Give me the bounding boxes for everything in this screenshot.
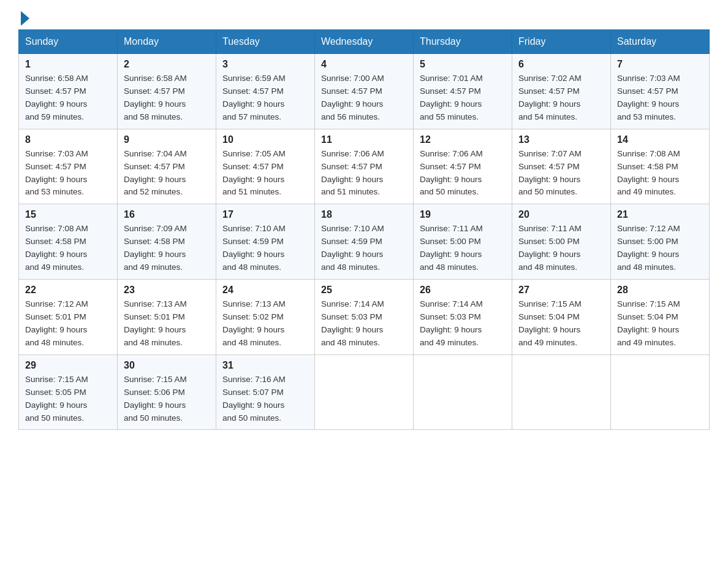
col-header-monday: Monday xyxy=(118,30,216,54)
calendar-cell: 12Sunrise: 7:06 AMSunset: 4:57 PMDayligh… xyxy=(414,129,512,204)
day-number: 11 xyxy=(321,134,407,145)
calendar-cell: 11Sunrise: 7:06 AMSunset: 4:57 PMDayligh… xyxy=(315,129,414,204)
day-info: Sunrise: 7:14 AMSunset: 5:03 PMDaylight:… xyxy=(321,298,407,350)
calendar-week-1: 1Sunrise: 6:58 AMSunset: 4:57 PMDaylight… xyxy=(19,54,710,129)
calendar-cell: 29Sunrise: 7:15 AMSunset: 5:05 PMDayligh… xyxy=(19,354,118,430)
calendar-cell: 4Sunrise: 7:00 AMSunset: 4:57 PMDaylight… xyxy=(315,54,414,129)
day-number: 31 xyxy=(222,360,308,371)
day-info: Sunrise: 7:15 AMSunset: 5:04 PMDaylight:… xyxy=(617,298,703,350)
day-number: 2 xyxy=(124,59,210,70)
day-info: Sunrise: 7:07 AMSunset: 4:57 PMDaylight:… xyxy=(518,148,604,199)
day-number: 29 xyxy=(25,360,111,371)
day-number: 21 xyxy=(617,209,703,220)
day-info: Sunrise: 6:59 AMSunset: 4:57 PMDaylight:… xyxy=(222,72,308,124)
calendar-cell: 13Sunrise: 7:07 AMSunset: 4:57 PMDayligh… xyxy=(512,129,611,204)
col-header-thursday: Thursday xyxy=(414,30,512,54)
day-number: 18 xyxy=(321,209,407,220)
calendar-cell: 17Sunrise: 7:10 AMSunset: 4:59 PMDayligh… xyxy=(216,204,315,280)
page-header xyxy=(18,12,710,23)
day-number: 17 xyxy=(222,209,308,220)
calendar-cell: 20Sunrise: 7:11 AMSunset: 5:00 PMDayligh… xyxy=(512,204,611,280)
day-info: Sunrise: 7:14 AMSunset: 5:03 PMDaylight:… xyxy=(420,298,506,350)
calendar-cell xyxy=(414,354,512,430)
calendar-cell: 19Sunrise: 7:11 AMSunset: 5:00 PMDayligh… xyxy=(414,204,512,280)
calendar-week-3: 15Sunrise: 7:08 AMSunset: 4:58 PMDayligh… xyxy=(19,204,710,280)
day-number: 27 xyxy=(518,285,604,296)
calendar-week-4: 22Sunrise: 7:12 AMSunset: 5:01 PMDayligh… xyxy=(19,280,710,355)
calendar-cell: 22Sunrise: 7:12 AMSunset: 5:01 PMDayligh… xyxy=(19,280,118,355)
col-header-tuesday: Tuesday xyxy=(216,30,315,54)
calendar-table: SundayMondayTuesdayWednesdayThursdayFrid… xyxy=(18,29,710,430)
day-info: Sunrise: 7:08 AMSunset: 4:58 PMDaylight:… xyxy=(617,148,703,199)
calendar-cell xyxy=(512,354,611,430)
col-header-friday: Friday xyxy=(512,30,611,54)
day-number: 12 xyxy=(420,134,506,145)
day-info: Sunrise: 7:15 AMSunset: 5:05 PMDaylight:… xyxy=(25,373,111,425)
day-info: Sunrise: 7:10 AMSunset: 4:59 PMDaylight:… xyxy=(321,223,407,274)
day-number: 7 xyxy=(617,59,703,70)
day-info: Sunrise: 7:16 AMSunset: 5:07 PMDaylight:… xyxy=(222,373,308,425)
day-number: 19 xyxy=(420,209,506,220)
calendar-cell: 27Sunrise: 7:15 AMSunset: 5:04 PMDayligh… xyxy=(512,280,611,355)
day-number: 14 xyxy=(617,134,703,145)
calendar-cell: 18Sunrise: 7:10 AMSunset: 4:59 PMDayligh… xyxy=(315,204,414,280)
logo-arrow-icon xyxy=(21,11,29,26)
day-number: 6 xyxy=(518,59,604,70)
day-number: 10 xyxy=(222,134,308,145)
calendar-cell: 24Sunrise: 7:13 AMSunset: 5:02 PMDayligh… xyxy=(216,280,315,355)
day-number: 3 xyxy=(222,59,308,70)
day-info: Sunrise: 7:15 AMSunset: 5:04 PMDaylight:… xyxy=(518,298,604,350)
calendar-cell: 2Sunrise: 6:58 AMSunset: 4:57 PMDaylight… xyxy=(118,54,216,129)
day-info: Sunrise: 7:00 AMSunset: 4:57 PMDaylight:… xyxy=(321,72,407,124)
calendar-cell: 15Sunrise: 7:08 AMSunset: 4:58 PMDayligh… xyxy=(19,204,118,280)
day-info: Sunrise: 7:10 AMSunset: 4:59 PMDaylight:… xyxy=(222,223,308,274)
calendar-cell: 14Sunrise: 7:08 AMSunset: 4:58 PMDayligh… xyxy=(611,129,710,204)
day-info: Sunrise: 7:11 AMSunset: 5:00 PMDaylight:… xyxy=(518,223,604,274)
day-info: Sunrise: 6:58 AMSunset: 4:57 PMDaylight:… xyxy=(124,72,210,124)
calendar-cell: 28Sunrise: 7:15 AMSunset: 5:04 PMDayligh… xyxy=(611,280,710,355)
col-header-wednesday: Wednesday xyxy=(315,30,414,54)
day-number: 26 xyxy=(420,285,506,296)
day-number: 16 xyxy=(124,209,210,220)
day-info: Sunrise: 7:15 AMSunset: 5:06 PMDaylight:… xyxy=(124,373,210,425)
calendar-cell: 23Sunrise: 7:13 AMSunset: 5:01 PMDayligh… xyxy=(118,280,216,355)
calendar-cell xyxy=(611,354,710,430)
day-info: Sunrise: 7:08 AMSunset: 4:58 PMDaylight:… xyxy=(25,223,111,274)
calendar-cell: 31Sunrise: 7:16 AMSunset: 5:07 PMDayligh… xyxy=(216,354,315,430)
day-number: 30 xyxy=(124,360,210,371)
calendar-cell: 9Sunrise: 7:04 AMSunset: 4:57 PMDaylight… xyxy=(118,129,216,204)
calendar-cell: 1Sunrise: 6:58 AMSunset: 4:57 PMDaylight… xyxy=(19,54,118,129)
day-number: 4 xyxy=(321,59,407,70)
day-number: 28 xyxy=(617,285,703,296)
logo xyxy=(18,12,29,23)
day-number: 20 xyxy=(518,209,604,220)
day-info: Sunrise: 7:13 AMSunset: 5:01 PMDaylight:… xyxy=(124,298,210,350)
calendar-week-5: 29Sunrise: 7:15 AMSunset: 5:05 PMDayligh… xyxy=(19,354,710,430)
day-info: Sunrise: 7:12 AMSunset: 5:01 PMDaylight:… xyxy=(25,298,111,350)
day-number: 13 xyxy=(518,134,604,145)
day-info: Sunrise: 7:06 AMSunset: 4:57 PMDaylight:… xyxy=(420,148,506,199)
calendar-cell xyxy=(315,354,414,430)
day-info: Sunrise: 7:09 AMSunset: 4:58 PMDaylight:… xyxy=(124,223,210,274)
day-number: 24 xyxy=(222,285,308,296)
day-info: Sunrise: 7:12 AMSunset: 5:00 PMDaylight:… xyxy=(617,223,703,274)
day-info: Sunrise: 7:04 AMSunset: 4:57 PMDaylight:… xyxy=(124,148,210,199)
day-number: 8 xyxy=(25,134,111,145)
day-info: Sunrise: 7:03 AMSunset: 4:57 PMDaylight:… xyxy=(25,148,111,199)
day-number: 15 xyxy=(25,209,111,220)
calendar-cell: 10Sunrise: 7:05 AMSunset: 4:57 PMDayligh… xyxy=(216,129,315,204)
calendar-cell: 26Sunrise: 7:14 AMSunset: 5:03 PMDayligh… xyxy=(414,280,512,355)
calendar-cell: 7Sunrise: 7:03 AMSunset: 4:57 PMDaylight… xyxy=(611,54,710,129)
day-info: Sunrise: 7:06 AMSunset: 4:57 PMDaylight:… xyxy=(321,148,407,199)
day-info: Sunrise: 7:02 AMSunset: 4:57 PMDaylight:… xyxy=(518,72,604,124)
day-info: Sunrise: 7:01 AMSunset: 4:57 PMDaylight:… xyxy=(420,72,506,124)
day-number: 5 xyxy=(420,59,506,70)
day-info: Sunrise: 7:11 AMSunset: 5:00 PMDaylight:… xyxy=(420,223,506,274)
day-info: Sunrise: 7:03 AMSunset: 4:57 PMDaylight:… xyxy=(617,72,703,124)
day-number: 9 xyxy=(124,134,210,145)
calendar-cell: 8Sunrise: 7:03 AMSunset: 4:57 PMDaylight… xyxy=(19,129,118,204)
calendar-cell: 6Sunrise: 7:02 AMSunset: 4:57 PMDaylight… xyxy=(512,54,611,129)
day-number: 25 xyxy=(321,285,407,296)
day-info: Sunrise: 7:05 AMSunset: 4:57 PMDaylight:… xyxy=(222,148,308,199)
day-info: Sunrise: 6:58 AMSunset: 4:57 PMDaylight:… xyxy=(25,72,111,124)
